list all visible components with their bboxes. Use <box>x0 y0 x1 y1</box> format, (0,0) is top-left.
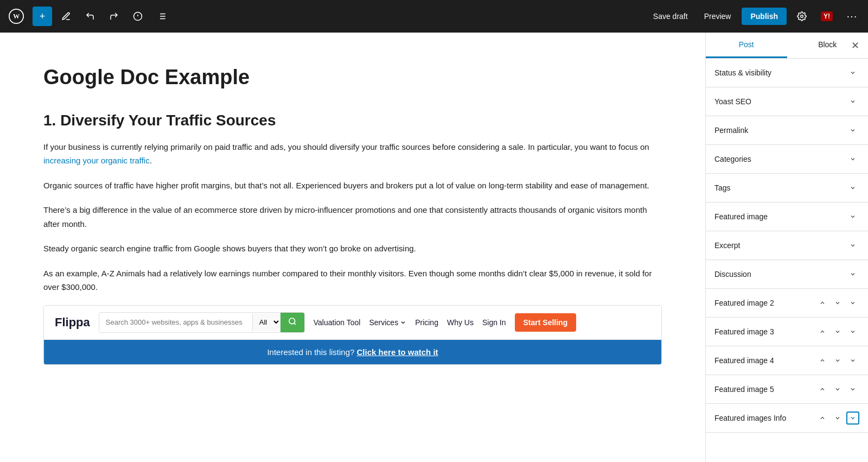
accordion-up-featured-images-info[interactable] <box>816 412 829 425</box>
flippa-nav-sign-in[interactable]: Sign In <box>482 318 506 327</box>
accordion-controls <box>816 325 859 338</box>
yoast-button[interactable]: Y! <box>817 7 837 26</box>
accordion-item-status-visibility: Status & visibility <box>706 59 868 87</box>
accordion-expand-featured-image-2[interactable] <box>846 296 859 309</box>
accordion-item-categories: Categories <box>706 145 868 174</box>
sidebar-close-button[interactable]: ✕ <box>846 37 864 54</box>
accordion-item-featured-images-info: Featured images Info <box>706 404 868 433</box>
flippa-search-select[interactable]: All <box>252 313 280 331</box>
accordion-expand-categories[interactable] <box>846 153 859 166</box>
flippa-start-selling-button[interactable]: Start Selling <box>515 313 577 332</box>
accordion-up-featured-image-2[interactable] <box>816 296 829 309</box>
redo-button[interactable] <box>104 7 124 26</box>
accordion-controls <box>816 383 859 396</box>
accordion-expand-featured-images-info[interactable] <box>846 412 859 425</box>
accordion-expand-featured-image-4[interactable] <box>846 354 859 367</box>
flippa-nav-services[interactable]: Services <box>369 318 406 327</box>
undo-button[interactable] <box>80 7 100 26</box>
accordion-header-tags[interactable]: Tags <box>706 174 868 202</box>
flippa-search-button[interactable] <box>280 313 304 332</box>
svg-point-11 <box>801 15 803 18</box>
preview-button[interactable]: Preview <box>699 9 737 24</box>
accordion-label-status-visibility: Status & visibility <box>714 68 771 77</box>
accordion-header-featured-images-info[interactable]: Featured images Info <box>706 404 868 432</box>
main-toolbar: W + Save draft Preview Publish <box>0 0 868 33</box>
sidebar-tabs: Post Block ✕ <box>706 33 868 59</box>
save-draft-button[interactable]: Save draft <box>648 9 693 24</box>
publish-button[interactable]: Publish <box>742 8 787 25</box>
accordion-header-featured-image-5[interactable]: Featured image 5 <box>706 375 868 403</box>
accordion-expand-yoast-seo[interactable] <box>846 95 859 108</box>
accordion-label-featured-image-4: Featured image 4 <box>714 356 774 365</box>
paragraph-2: Organic sources of traffic have higher p… <box>43 179 662 193</box>
accordion-expand-tags[interactable] <box>846 181 859 194</box>
accordion-header-excerpt[interactable]: Excerpt <box>706 231 868 260</box>
section-heading-1[interactable]: 1. Diversify Your Traffic Sources <box>43 112 662 129</box>
accordion-header-permalink[interactable]: Permalink <box>706 116 868 144</box>
flippa-nav-pricing[interactable]: Pricing <box>415 318 438 327</box>
accordion-label-excerpt: Excerpt <box>714 241 740 250</box>
flippa-banner: Interested in this listing? Click here t… <box>44 340 661 364</box>
wp-logo-button[interactable]: W <box>7 7 26 26</box>
tab-post[interactable]: Post <box>706 33 787 58</box>
paragraph-1-end: . <box>150 156 152 165</box>
post-title[interactable]: Google Doc Example <box>43 65 662 90</box>
accordion-down-featured-image-4[interactable] <box>831 354 844 367</box>
flippa-search-input[interactable] <box>99 314 252 331</box>
paragraph-4: Steady organic search engine traffic fro… <box>43 242 662 256</box>
accordion-header-yoast-seo[interactable]: Yoast SEO <box>706 87 868 116</box>
accordion-controls <box>846 181 859 194</box>
accordion-up-featured-image-3[interactable] <box>816 325 829 338</box>
accordion-down-featured-image-2[interactable] <box>831 296 844 309</box>
accordion-expand-discussion[interactable] <box>846 268 859 281</box>
tools-button[interactable] <box>56 7 76 26</box>
svg-point-12 <box>289 318 295 324</box>
accordion-expand-excerpt[interactable] <box>846 239 859 252</box>
organic-traffic-link[interactable]: increasing your organic traffic <box>43 156 150 165</box>
info-button[interactable] <box>128 7 148 26</box>
main-layout: Google Doc Example 1. Diversify Your Tra… <box>0 33 868 462</box>
accordion-controls <box>846 210 859 223</box>
accordion-header-featured-image-2[interactable]: Featured image 2 <box>706 289 868 317</box>
flippa-banner-text: Interested in this listing? <box>267 347 354 357</box>
more-options-button[interactable]: ⋯ <box>842 7 861 26</box>
accordion-controls <box>846 124 859 137</box>
flippa-nav-why-us[interactable]: Why Us <box>447 318 474 327</box>
accordion-header-featured-image-4[interactable]: Featured image 4 <box>706 346 868 375</box>
accordion-up-featured-image-4[interactable] <box>816 354 829 367</box>
accordion-down-featured-images-info[interactable] <box>831 412 844 425</box>
accordion-header-featured-image-3[interactable]: Featured image 3 <box>706 318 868 346</box>
add-block-button[interactable]: + <box>33 7 52 26</box>
accordion-down-featured-image-5[interactable] <box>831 383 844 396</box>
accordion-expand-permalink[interactable] <box>846 124 859 137</box>
settings-button[interactable] <box>792 7 812 26</box>
accordion-controls <box>846 268 859 281</box>
editor-area: Google Doc Example 1. Diversify Your Tra… <box>0 33 705 462</box>
accordion-controls <box>846 95 859 108</box>
flippa-search-wrap: All <box>99 312 305 333</box>
flippa-banner-link[interactable]: Click here to watch it <box>357 347 438 357</box>
accordion-header-categories[interactable]: Categories <box>706 145 868 173</box>
accordion-header-status-visibility[interactable]: Status & visibility <box>706 59 868 87</box>
list-view-button[interactable] <box>152 7 171 26</box>
accordion-expand-featured-image-5[interactable] <box>846 383 859 396</box>
accordion-up-featured-image-5[interactable] <box>816 383 829 396</box>
accordion-item-excerpt: Excerpt <box>706 231 868 260</box>
accordion-controls <box>816 412 859 425</box>
flippa-navbar: Flippa All Valuation Tool Servic <box>44 306 661 340</box>
sidebar-accordion-list: Status & visibility Yoast SEO Permalink … <box>706 59 868 462</box>
accordion-header-featured-image[interactable]: Featured image <box>706 202 868 231</box>
accordion-item-discussion: Discussion <box>706 260 868 289</box>
accordion-down-featured-image-3[interactable] <box>831 325 844 338</box>
accordion-expand-featured-image-3[interactable] <box>846 325 859 338</box>
accordion-header-discussion[interactable]: Discussion <box>706 260 868 288</box>
accordion-item-featured-image-2: Featured image 2 <box>706 289 868 318</box>
accordion-label-categories: Categories <box>714 155 751 163</box>
accordion-expand-status-visibility[interactable] <box>846 66 859 79</box>
accordion-label-featured-image-2: Featured image 2 <box>714 299 774 307</box>
accordion-label-featured-image-5: Featured image 5 <box>714 385 774 394</box>
flippa-nav-valuation[interactable]: Valuation Tool <box>314 318 361 327</box>
accordion-item-yoast-seo: Yoast SEO <box>706 87 868 116</box>
accordion-expand-featured-image[interactable] <box>846 210 859 223</box>
paragraph-1: If your business is currently relying pr… <box>43 140 662 168</box>
